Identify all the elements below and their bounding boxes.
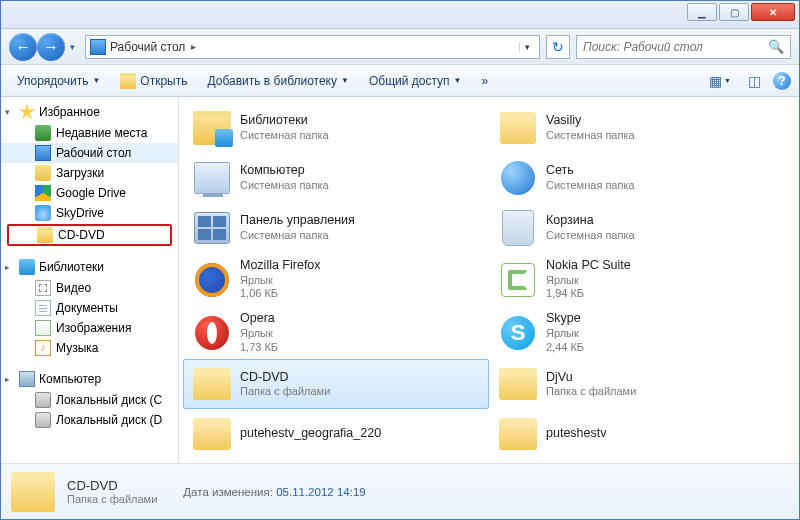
item-type: Системная папка (240, 129, 329, 143)
content-item[interactable]: DjVuПапка с файлами (489, 359, 795, 409)
content-item[interactable]: Mozilla FirefoxЯрлык1,06 КБ (183, 253, 489, 306)
item-size: 1,73 КБ (240, 341, 278, 355)
content-item[interactable]: CD-DVDПапка с файлами (183, 359, 489, 409)
item-type: Системная папка (546, 129, 635, 143)
item-name: putehestv_geografia_220 (240, 426, 381, 442)
content-item[interactable]: Панель управленияСистемная папка (183, 203, 489, 253)
item-type: Системная папка (546, 229, 635, 243)
expand-icon[interactable]: ▸ (5, 374, 10, 384)
details-modified: Дата изменения: 05.11.2012 14:19 (183, 486, 365, 498)
window-controls: ▁ ▢ ✕ (687, 1, 799, 21)
sidebar-item-label: Документы (56, 301, 118, 315)
sidebar-item[interactable]: Рабочий стол (1, 143, 178, 163)
folder-icon (193, 418, 231, 450)
close-button[interactable]: ✕ (751, 3, 795, 21)
details-text: CD-DVD Папка с файлами (67, 478, 157, 505)
favorites-group: ▾ Избранное Недавние местаРабочий столЗа… (1, 101, 178, 246)
item-name: Библиотеки (240, 113, 329, 129)
item-type: Системная папка (546, 179, 635, 193)
share-button[interactable]: Общий доступ▼ (361, 71, 470, 91)
item-name: DjVu (546, 370, 636, 386)
address-bar[interactable]: Рабочий стол ▸ ▾ (85, 35, 540, 59)
video-icon (35, 280, 51, 296)
collapse-icon[interactable]: ▾ (5, 107, 10, 117)
net-icon (501, 161, 535, 195)
computer-header[interactable]: ▸ Компьютер (1, 368, 178, 390)
more-commands-button[interactable]: » (473, 71, 496, 91)
sidebar-item[interactable]: Недавние места (1, 123, 178, 143)
sidebar-item[interactable]: ♪Музыка (1, 338, 178, 358)
folder-icon (499, 368, 537, 400)
item-name: Vasiliy (546, 113, 635, 129)
address-dropdown[interactable]: ▾ (519, 42, 535, 52)
content-item[interactable]: OperaЯрлык1,73 КБ (183, 306, 489, 359)
content-area[interactable]: БиблиотекиСистемная папкаVasiliyСистемна… (179, 97, 799, 463)
open-button[interactable]: Открыть (112, 70, 195, 92)
address-text: Рабочий стол (110, 40, 185, 54)
maximize-button[interactable]: ▢ (719, 3, 749, 21)
expand-icon[interactable]: ▸ (5, 262, 10, 272)
back-button[interactable]: ← (9, 33, 37, 61)
favorites-header[interactable]: ▾ Избранное (1, 101, 178, 123)
sidebar-item[interactable]: CD-DVD (7, 224, 172, 246)
sidebar-item-label: Локальный диск (C (56, 393, 162, 407)
preview-pane-button[interactable]: ◫ (739, 70, 769, 92)
content-item[interactable]: СетьСистемная папка (489, 153, 795, 203)
sidebar-item[interactable]: Загрузки (1, 163, 178, 183)
folder-icon (499, 418, 537, 450)
item-type: Ярлык (240, 327, 278, 341)
nav-buttons: ← → ▾ (9, 33, 79, 61)
organize-button[interactable]: Упорядочить▼ (9, 71, 108, 91)
search-input[interactable] (583, 40, 768, 54)
item-size: 1,06 КБ (240, 287, 321, 301)
nav-history-dropdown[interactable]: ▾ (65, 33, 79, 61)
content-item[interactable]: Nokia PC SuiteЯрлык1,94 КБ (489, 253, 795, 306)
userfolder-icon (500, 112, 536, 144)
sidebar-item-label: Загрузки (56, 166, 104, 180)
sidebar-item[interactable]: Видео (1, 278, 178, 298)
sidebar-item-label: Недавние места (56, 126, 147, 140)
details-name: CD-DVD (67, 478, 157, 493)
img-icon (35, 320, 51, 336)
content-item[interactable]: КомпьютерСистемная папка (183, 153, 489, 203)
content-item[interactable]: БиблиотекиСистемная папка (183, 103, 489, 153)
item-size: 1,94 КБ (546, 287, 631, 301)
folder-icon (193, 368, 231, 400)
body: ▾ Избранное Недавние местаРабочий столЗа… (1, 97, 799, 463)
folder-open-icon (120, 73, 136, 89)
minimize-button[interactable]: ▁ (687, 3, 717, 21)
sidebar-item-label: Локальный диск (D (56, 413, 162, 427)
content-item[interactable]: VasiliyСистемная папка (489, 103, 795, 153)
navigation-pane[interactable]: ▾ Избранное Недавние местаРабочий столЗа… (1, 97, 179, 463)
forward-button[interactable]: → (37, 33, 65, 61)
item-type: Ярлык (546, 274, 631, 288)
command-toolbar: Упорядочить▼ Открыть Добавить в библиоте… (1, 65, 799, 97)
sidebar-item[interactable]: Изображения (1, 318, 178, 338)
item-name: puteshestv (546, 426, 606, 442)
sidebar-item[interactable]: SkyDrive (1, 203, 178, 223)
sidebar-item-label: Изображения (56, 321, 131, 335)
downloads-icon (35, 165, 51, 181)
sidebar-item-label: Музыка (56, 341, 98, 355)
libraries-header[interactable]: ▸ Библиотеки (1, 256, 178, 278)
refresh-button[interactable]: ↻ (546, 35, 570, 59)
details-pane: CD-DVD Папка с файлами Дата изменения: 0… (1, 463, 799, 519)
sidebar-item[interactable]: Локальный диск (C (1, 390, 178, 410)
item-type: Папка с файлами (546, 385, 636, 399)
content-item[interactable]: КорзинаСистемная папка (489, 203, 795, 253)
libs-icon (193, 111, 231, 145)
content-item[interactable]: SSkypeЯрлык2,44 КБ (489, 306, 795, 359)
sidebar-item[interactable]: Документы (1, 298, 178, 318)
sidebar-item[interactable]: Google Drive (1, 183, 178, 203)
sidebar-item[interactable]: Локальный диск (D (1, 410, 178, 430)
help-button[interactable]: ? (773, 72, 791, 90)
star-icon (19, 104, 35, 120)
add-to-library-button[interactable]: Добавить в библиотеку▼ (199, 71, 356, 91)
item-name: Skype (546, 311, 584, 327)
view-options-button[interactable]: ▦▼ (705, 70, 735, 92)
search-box[interactable]: 🔍 (576, 35, 791, 59)
breadcrumb-chevron-icon[interactable]: ▸ (189, 41, 198, 52)
content-item[interactable]: puteshestv (489, 409, 795, 459)
item-name: Nokia PC Suite (546, 258, 631, 274)
content-item[interactable]: putehestv_geografia_220 (183, 409, 489, 459)
